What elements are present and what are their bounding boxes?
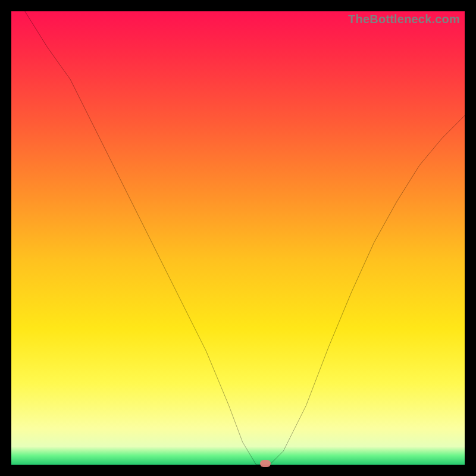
- chart-frame: TheBottleneck.com: [0, 0, 476, 476]
- bottleneck-marker: [260, 460, 271, 467]
- chart-plot-area: TheBottleneck.com: [11, 11, 465, 465]
- bottleneck-curve: [11, 11, 465, 465]
